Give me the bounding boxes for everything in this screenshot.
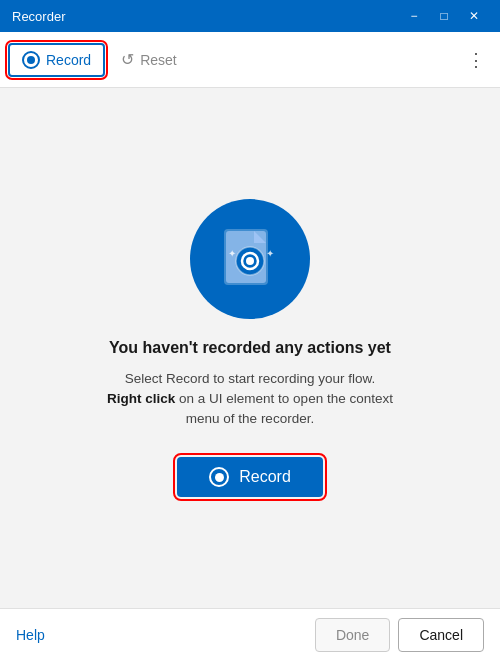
- titlebar-controls: − □ ✕: [400, 2, 488, 30]
- description-bold: Right click: [107, 391, 175, 406]
- close-button[interactable]: ✕: [460, 2, 488, 30]
- recorder-illustration: ✦ ✦: [210, 219, 290, 299]
- description-plain: Select Record to start recording your fl…: [125, 371, 376, 386]
- svg-text:✦: ✦: [266, 248, 274, 259]
- toolbar-reset-label: Reset: [140, 52, 177, 68]
- cancel-button[interactable]: Cancel: [398, 618, 484, 652]
- main-record-button[interactable]: Record: [177, 457, 323, 497]
- content-title: You haven't recorded any actions yet: [90, 339, 410, 357]
- toolbar-record-button[interactable]: Record: [8, 43, 105, 77]
- main-record-icon: [209, 467, 229, 487]
- toolbar-record-label: Record: [46, 52, 91, 68]
- record-icon: [22, 51, 40, 69]
- svg-point-4: [246, 257, 254, 265]
- main-record-icon-inner: [215, 473, 224, 482]
- content-description: Select Record to start recording your fl…: [90, 369, 410, 430]
- main-record-label: Record: [239, 468, 291, 486]
- done-button: Done: [315, 618, 390, 652]
- svg-text:✦: ✦: [228, 248, 236, 259]
- illustration: ✦ ✦: [190, 199, 310, 319]
- content-text-block: You haven't recorded any actions yet Sel…: [90, 339, 410, 430]
- titlebar: Recorder − □ ✕: [0, 0, 500, 32]
- minimize-button[interactable]: −: [400, 2, 428, 30]
- record-icon-inner: [27, 56, 35, 64]
- toolbar-reset-button[interactable]: ↺ Reset: [109, 44, 189, 75]
- main-content: ✦ ✦ You haven't recorded any actions yet…: [0, 88, 500, 608]
- description-suffix: on a UI element to open the context menu…: [175, 391, 393, 426]
- footer: Help Done Cancel: [0, 608, 500, 660]
- reset-icon: ↺: [121, 50, 134, 69]
- toolbar: Record ↺ Reset ⋮: [0, 32, 500, 88]
- help-link[interactable]: Help: [16, 627, 45, 643]
- maximize-button[interactable]: □: [430, 2, 458, 30]
- toolbar-more-button[interactable]: ⋮: [460, 44, 492, 76]
- titlebar-title: Recorder: [12, 9, 65, 24]
